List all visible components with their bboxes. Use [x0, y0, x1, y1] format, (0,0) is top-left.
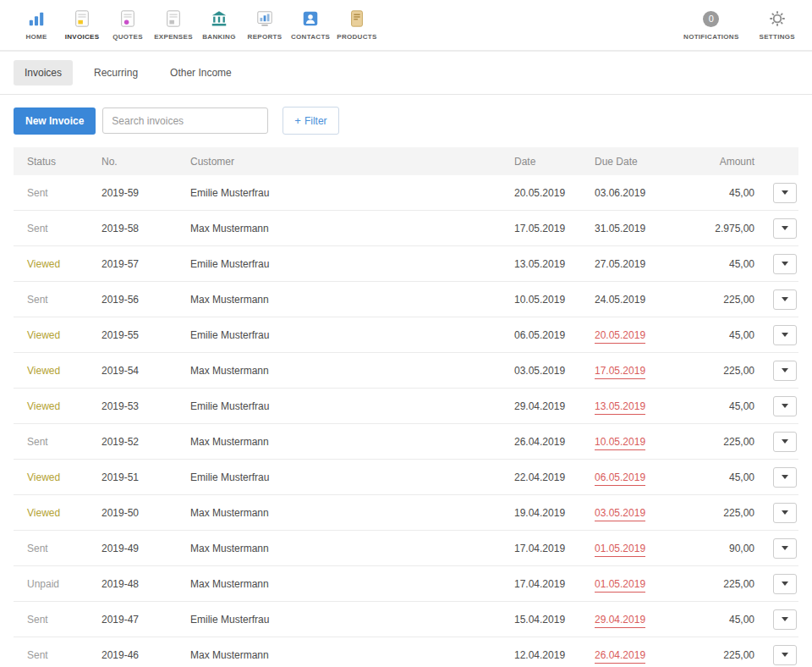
- date-cell: 13.05.2019: [514, 258, 595, 270]
- date-cell: 15.04.2019: [514, 614, 595, 626]
- invoice-no-cell: 2019-47: [102, 614, 190, 626]
- nav-item-quotes[interactable]: QUOTES: [105, 8, 151, 41]
- search-invoices-input[interactable]: [102, 107, 268, 134]
- invoice-row[interactable]: Sent2019-59Emilie Musterfrau20.05.201903…: [14, 175, 798, 211]
- chevron-down-icon: [782, 653, 788, 657]
- row-actions-button[interactable]: [773, 538, 797, 559]
- row-actions-button[interactable]: [773, 325, 797, 345]
- row-actions-button[interactable]: [773, 289, 797, 310]
- invoices-icon: [73, 8, 91, 29]
- invoice-row[interactable]: Sent2019-58Max Mustermann17.05.201931.05…: [14, 211, 798, 246]
- banking-icon: [210, 8, 228, 29]
- chevron-down-icon: [782, 190, 788, 195]
- row-actions-button[interactable]: [773, 254, 797, 274]
- customer-cell: Emilie Musterfrau: [190, 187, 514, 199]
- customer-cell: Emilie Musterfrau: [190, 329, 514, 341]
- tab-invoices[interactable]: Invoices: [14, 60, 73, 85]
- due-date-cell: 01.05.2019: [595, 578, 683, 590]
- chevron-down-icon: [782, 368, 788, 372]
- nav-item-reports[interactable]: REPORTS: [242, 8, 288, 41]
- nav-item-notifications[interactable]: 0 NOTIFICATIONS: [680, 8, 743, 41]
- quotes-icon: [118, 8, 137, 29]
- amount-cell: 225,00: [683, 507, 758, 519]
- status-cell: Sent: [14, 649, 102, 661]
- column-header-status: Status: [14, 156, 102, 168]
- tab-bar: InvoicesRecurringOther Income: [0, 52, 812, 95]
- contacts-icon: [301, 8, 320, 29]
- nav-item-settings[interactable]: SETTINGS: [756, 8, 798, 41]
- nav-item-expenses[interactable]: EXPENSES: [151, 8, 196, 41]
- row-actions-button[interactable]: [773, 432, 797, 452]
- customer-cell: Max Mustermann: [190, 507, 514, 519]
- chevron-down-icon: [782, 226, 788, 230]
- amount-cell: 225,00: [683, 294, 758, 306]
- row-actions-button[interactable]: [773, 467, 797, 488]
- actions-cell: [758, 574, 798, 594]
- amount-cell: 45,00: [683, 471, 758, 483]
- nav-item-contacts[interactable]: CONTACTS: [288, 8, 333, 41]
- due-date-cell: 24.05.2019: [595, 294, 683, 306]
- invoice-row[interactable]: Unpaid2019-48Max Mustermann17.04.201901.…: [14, 566, 798, 602]
- due-date-cell: 06.05.2019: [595, 471, 683, 483]
- invoice-row[interactable]: Sent2019-46Max Mustermann12.04.201926.04…: [14, 637, 798, 667]
- chevron-down-icon: [782, 297, 788, 301]
- row-actions-button[interactable]: [773, 609, 797, 630]
- actions-cell: [758, 218, 798, 239]
- invoice-row[interactable]: Viewed2019-54Max Mustermann03.05.201917.…: [14, 353, 798, 389]
- invoice-no-cell: 2019-58: [102, 223, 190, 234]
- tab-other-income[interactable]: Other Income: [159, 60, 243, 85]
- actions-cell: [758, 645, 798, 665]
- actions-cell: [758, 183, 798, 203]
- filter-button[interactable]: +Filter: [283, 107, 338, 135]
- invoice-row[interactable]: Viewed2019-53Emilie Musterfrau29.04.2019…: [14, 389, 798, 424]
- row-actions-button[interactable]: [773, 396, 797, 416]
- amount-cell: 225,00: [683, 436, 758, 448]
- amount-cell: 2.975,00: [683, 223, 758, 234]
- nav-item-invoices[interactable]: INVOICES: [59, 8, 105, 41]
- customer-cell: Max Mustermann: [190, 365, 514, 377]
- new-invoice-button[interactable]: New Invoice: [14, 107, 96, 135]
- invoice-no-cell: 2019-56: [102, 294, 190, 306]
- main-nav: HOMEINVOICESQUOTESEXPENSESBANKINGREPORTS…: [14, 8, 381, 41]
- invoice-row[interactable]: Sent2019-56Max Mustermann10.05.201924.05…: [14, 282, 798, 317]
- invoice-row[interactable]: Viewed2019-50Max Mustermann19.04.201903.…: [14, 495, 798, 531]
- row-actions-button[interactable]: [773, 361, 797, 381]
- invoice-no-cell: 2019-52: [102, 436, 190, 448]
- actions-cell: [758, 325, 798, 345]
- invoice-no-cell: 2019-57: [102, 258, 190, 270]
- invoice-row[interactable]: Sent2019-52Max Mustermann26.04.201910.05…: [14, 424, 798, 460]
- invoice-row[interactable]: Sent2019-47Emilie Musterfrau15.04.201929…: [14, 602, 798, 637]
- invoice-row[interactable]: Viewed2019-51Emilie Musterfrau22.04.2019…: [14, 460, 798, 495]
- customer-cell: Emilie Musterfrau: [190, 471, 514, 483]
- invoice-no-cell: 2019-54: [102, 365, 190, 377]
- status-cell: Sent: [14, 223, 102, 234]
- row-actions-button[interactable]: [773, 574, 797, 594]
- date-cell: 17.04.2019: [514, 578, 595, 590]
- table-body: Sent2019-59Emilie Musterfrau20.05.201903…: [14, 175, 798, 667]
- actions-cell: [758, 538, 798, 559]
- nav-item-products[interactable]: PRODUCTS: [333, 8, 380, 41]
- status-cell: Viewed: [14, 329, 102, 341]
- invoice-row[interactable]: Viewed2019-55Emilie Musterfrau06.05.2019…: [14, 317, 798, 353]
- actions-cell: [758, 361, 798, 381]
- row-actions-button[interactable]: [773, 503, 797, 523]
- nav-item-banking[interactable]: BANKING: [196, 8, 242, 41]
- row-actions-button[interactable]: [773, 645, 797, 665]
- tab-recurring[interactable]: Recurring: [83, 60, 149, 85]
- amount-cell: 45,00: [683, 187, 758, 199]
- invoices-table: StatusNo.CustomerDateDue DateAmount Sent…: [14, 147, 798, 667]
- chevron-down-icon: [782, 404, 788, 408]
- top-nav: HOMEINVOICESQUOTESEXPENSESBANKINGREPORTS…: [0, 0, 812, 52]
- row-actions-button[interactable]: [773, 218, 797, 239]
- amount-cell: 225,00: [683, 649, 758, 661]
- row-actions-button[interactable]: [773, 183, 797, 203]
- nav-item-home[interactable]: HOME: [14, 8, 59, 41]
- status-cell: Viewed: [14, 471, 102, 483]
- amount-cell: 45,00: [683, 400, 758, 412]
- invoice-row[interactable]: Sent2019-49Max Mustermann17.04.201901.05…: [14, 531, 798, 566]
- toolbar: New Invoice +Filter: [0, 95, 812, 147]
- actions-cell: [758, 503, 798, 523]
- invoice-no-cell: 2019-51: [102, 471, 190, 483]
- invoice-row[interactable]: Viewed2019-57Emilie Musterfrau13.05.2019…: [14, 246, 798, 282]
- amount-cell: 45,00: [683, 329, 758, 341]
